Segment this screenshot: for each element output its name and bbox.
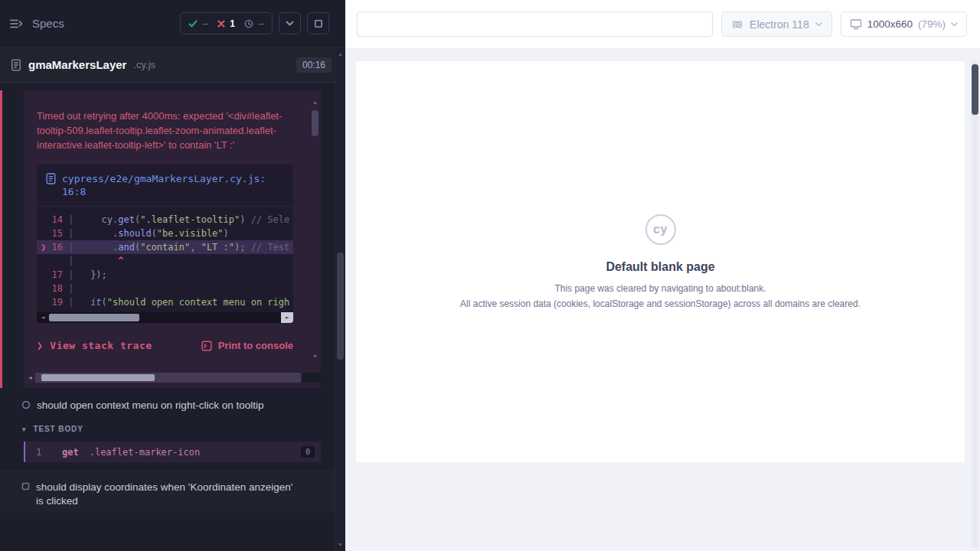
browser-bar: Electron 118 1000x660 (79%) [345, 0, 980, 49]
x-icon [217, 20, 225, 28]
view-stack-trace-link[interactable]: ❯ View stack trace [37, 340, 152, 351]
command-message: .leaflet-marker-icon [90, 447, 201, 458]
aut-vertical-scrollbar [972, 61, 978, 548]
test-body-header[interactable]: ▾ TEST BODY [0, 417, 335, 439]
test-row-running[interactable]: should open context menu on right-click … [0, 388, 335, 417]
reporter-vertical-scrollbar: ▲ ▼ [335, 47, 345, 551]
failed-attempt: Timed out retrying after 4000ms: expecte… [0, 90, 321, 388]
command-method: get [62, 447, 79, 458]
chevron-down-icon [286, 21, 294, 26]
specs-label: Specs [32, 17, 64, 30]
stat-pending: -- [244, 18, 264, 29]
stat-failed: 1 [217, 18, 235, 29]
scroll-left-icon[interactable]: ◄ [37, 312, 49, 323]
test-title: should display coordinates when 'Koordin… [36, 481, 298, 508]
browser-label: Electron 118 [750, 18, 809, 31]
chevron-down-icon [951, 22, 958, 27]
aut-pane: Electron 118 1000x660 (79%) cy Default b… [345, 0, 980, 551]
electron-icon [731, 18, 743, 31]
error-horizontal-scrollbar: ◄ [25, 373, 321, 383]
clock-icon [244, 19, 253, 28]
spec-header: gmaMarkersLayer .cy.js 00:16 [0, 47, 345, 83]
stop-run-button[interactable] [307, 12, 329, 34]
specs-list-icon [10, 18, 24, 29]
error-actions: ❯ View stack trace Print to console [37, 340, 293, 351]
blank-page-line1: This page was cleared by navigating to a… [554, 282, 766, 295]
command-number: 1 [36, 447, 56, 458]
test-title: should open context menu on right-click … [37, 399, 263, 412]
chevron-right-icon: ❯ [37, 340, 43, 351]
test-row-queued[interactable]: should display coordinates when 'Koordin… [0, 470, 335, 513]
error-scroll-track [35, 373, 301, 383]
viewport-size: 1000x660 [867, 18, 913, 30]
collapse-all-button[interactable] [279, 12, 301, 34]
spec-file-icon [11, 59, 21, 71]
aut-iframe: cy Default blank page This page was clea… [356, 61, 965, 462]
code-file-icon [46, 173, 56, 198]
pending-count: -- [258, 18, 264, 29]
reporter-topbar: Specs -- 1 [0, 0, 345, 47]
reporter-scroll-area: Timed out retrying after 4000ms: expecte… [0, 83, 335, 551]
scroll-corner [302, 373, 321, 383]
test-running-icon [21, 400, 31, 409]
spec-name: gmaMarkersLayer [28, 58, 126, 71]
code-frame: cypress/e2e/gmaMarkersLayer.cy.js:16:8 1… [37, 165, 293, 323]
error-panel: Timed out retrying after 4000ms: expecte… [24, 90, 321, 388]
spec-extension: .cy.js [133, 59, 155, 70]
code-frame-filename: cypress/e2e/gmaMarkersLayer.cy.js:16:8 [62, 172, 267, 198]
specs-menu-button[interactable]: Specs [10, 17, 64, 30]
browser-selector[interactable]: Electron 118 [721, 11, 832, 37]
failed-count: 1 [230, 18, 235, 29]
url-input[interactable] [357, 11, 713, 37]
cypress-reporter: Specs -- 1 [0, 0, 345, 551]
caret-down-icon: ▾ [22, 425, 26, 433]
monitor-icon [850, 18, 862, 30]
error-scroll-down-icon[interactable]: ▼ [312, 354, 318, 359]
code-lines: 14 | cy.get(".leaflet-tooltip") // Sele … [37, 207, 293, 312]
reporter-scroll-down-icon[interactable]: ▼ [335, 542, 345, 547]
viewport-zoom: (79%) [918, 18, 946, 30]
error-scroll-left-icon[interactable]: ◄ [25, 375, 35, 380]
code-frame-file-link[interactable]: cypress/e2e/gmaMarkersLayer.cy.js:16:8 [37, 165, 293, 207]
command-log-row[interactable]: 1 get .leaflet-marker-icon 0 [24, 442, 321, 462]
error-message: Timed out retrying after 4000ms: expecte… [37, 109, 293, 152]
test-body-label: TEST BODY [33, 425, 83, 433]
error-scroll-thumb[interactable] [41, 374, 155, 381]
spec-timer: 00:16 [296, 57, 332, 73]
stop-icon [314, 19, 323, 28]
code-scroll-track [49, 312, 281, 323]
blank-page-line2: All active session data (cookies, localS… [460, 298, 861, 310]
print-to-console-button[interactable]: Print to console [201, 340, 293, 351]
view-stack-trace-label: View stack trace [50, 340, 152, 351]
blank-page-title: Default blank page [606, 260, 714, 274]
test-queued-icon [21, 482, 30, 491]
print-to-console-label: Print to console [218, 340, 293, 351]
error-scroll-up-icon[interactable]: ▲ [312, 99, 318, 105]
console-icon [201, 341, 212, 351]
reporter-scroll-up-icon[interactable]: ▲ [335, 51, 345, 57]
aut-scroll-thumb[interactable] [972, 64, 978, 115]
cypress-logo: cy [645, 214, 676, 245]
default-blank-page: cy Default blank page This page was clea… [460, 214, 861, 310]
reporter-scroll-thumb[interactable] [337, 253, 344, 360]
error-vertical-scroll-thumb[interactable] [312, 110, 318, 136]
test-stats: -- 1 -- [180, 12, 273, 34]
stat-passed: -- [188, 18, 208, 29]
chevron-down-icon [815, 22, 822, 27]
scroll-right-icon[interactable]: ► [281, 312, 293, 323]
run-controls: -- 1 -- [180, 12, 329, 34]
command-count-badge: 0 [301, 446, 315, 458]
code-scroll-thumb[interactable] [49, 314, 139, 321]
code-horizontal-scrollbar: ◄ ► [37, 312, 293, 323]
viewport-selector[interactable]: 1000x660 (79%) [841, 11, 967, 37]
check-icon [188, 20, 198, 28]
passed-count: -- [202, 18, 208, 29]
aut-content: cy Default blank page This page was clea… [345, 49, 980, 551]
